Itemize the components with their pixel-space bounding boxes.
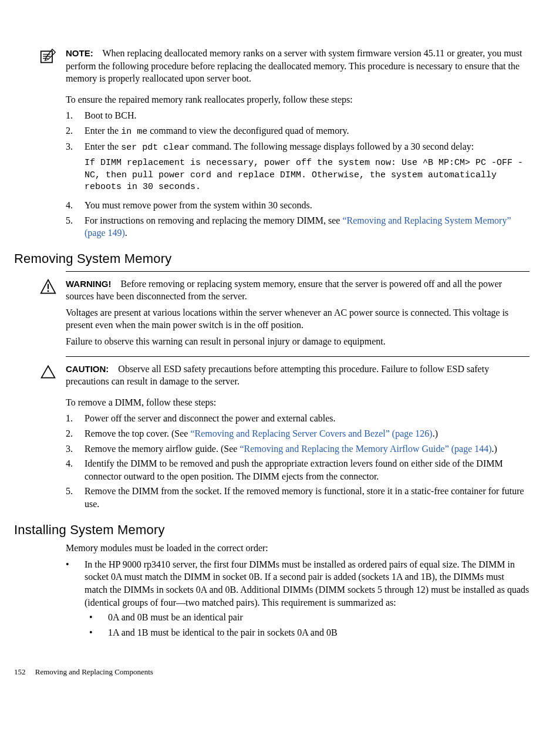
page: NOTE: When replacing deallocated memory … [0, 0, 560, 701]
code-inline: ser pdt clear [121, 143, 190, 153]
triangle-icon [40, 364, 56, 380]
step-text: Power off the server and disconnect the … [85, 412, 529, 425]
step-text: Identify the DIMM to be removed and push… [85, 457, 529, 482]
warning-body: WARNING! Before removing or replacing sy… [66, 278, 529, 348]
note-text: When replacing deallocated memory ranks … [66, 48, 522, 83]
heading-removing: Removing System Memory [14, 250, 529, 268]
caution-icon [31, 363, 66, 388]
removing-intro: To remove a DIMM, follow these steps: [66, 396, 529, 409]
installing-subbullets: • 0A and 0B must be an identical pair • … [85, 611, 529, 639]
warning-label: WARNING! [66, 279, 112, 289]
caution-body: CAUTION: Observe all ESD safety precauti… [66, 363, 529, 388]
step-text: You must remove power from the system wi… [85, 199, 529, 212]
removing-steps: 1. Power off the server and disconnect t… [66, 412, 529, 510]
installing-section: Memory modules must be loaded in the cor… [66, 542, 529, 641]
removing-step-4: 4. Identify the DIMM to be removed and p… [66, 457, 529, 482]
warning-block: WARNING! Before removing or replacing sy… [31, 278, 529, 348]
ensure-intro: To ensure the repaired memory rank reall… [66, 93, 529, 106]
bullet-text: In the HP 9000 rp3410 server, the first … [85, 558, 529, 642]
step-text: Enter the in me command to view the deco… [85, 124, 529, 138]
rule [66, 356, 529, 357]
step-number: 2. [66, 427, 85, 440]
subbullet-text: 0A and 0B must be an identical pair [108, 611, 529, 624]
triangle-bang-icon [40, 279, 56, 295]
pencil-note-icon [40, 48, 56, 65]
installing-subbullet-1: • 0A and 0B must be an identical pair [85, 611, 529, 624]
installing-intro: Memory modules must be loaded in the cor… [66, 542, 529, 555]
ensure-step-2: 2. Enter the in me command to view the d… [66, 124, 529, 138]
step-text: Enter the ser pdt clear command. The fol… [85, 140, 529, 197]
code-block: If DIMM replacement is necessary, power … [85, 157, 529, 193]
step-number: 2. [66, 124, 85, 138]
note-body: NOTE: When replacing deallocated memory … [66, 47, 529, 85]
bullet-mark: • [85, 611, 108, 624]
code-inline: in me [121, 127, 147, 137]
caution-text: Observe all ESD safety precautions befor… [66, 364, 489, 387]
warning-icon [31, 278, 66, 348]
bullet-mark: • [66, 558, 85, 642]
ensure-section: To ensure the repaired memory rank reall… [66, 93, 529, 239]
step-text: Remove the top cover. (See “Removing and… [85, 427, 529, 440]
step-text: For instructions on removing and replaci… [85, 214, 529, 239]
installing-bullet-1: • In the HP 9000 rp3410 server, the firs… [66, 558, 529, 642]
footer-title: Removing and Replacing Components [35, 667, 153, 676]
warning-p1: WARNING! Before removing or replacing sy… [66, 278, 529, 303]
svg-marker-8 [42, 366, 55, 377]
note-label: NOTE: [66, 48, 93, 58]
step-number: 1. [66, 109, 85, 122]
removing-step-2: 2. Remove the top cover. (See “Removing … [66, 427, 529, 440]
warning-p3: Failure to observe this warning can resu… [66, 335, 529, 348]
caution-block: CAUTION: Observe all ESD safety precauti… [31, 363, 529, 388]
step-number: 1. [66, 412, 85, 425]
step-text: Boot to BCH. [85, 109, 529, 122]
ensure-steps: 1. Boot to BCH. 2. Enter the in me comma… [66, 109, 529, 239]
cross-ref-link[interactable]: “Removing and Replacing Server Covers an… [190, 428, 432, 438]
step-number: 4. [66, 457, 85, 482]
cross-ref-link[interactable]: “Removing and Replacing the Memory Airfl… [239, 444, 491, 454]
step-number: 3. [66, 443, 85, 455]
svg-point-7 [48, 290, 49, 292]
ensure-step-5: 5. For instructions on removing and repl… [66, 214, 529, 239]
subbullet-text: 1A and 1B must be identical to the pair … [108, 626, 529, 639]
installing-subbullet-2: • 1A and 1B must be identical to the pai… [85, 626, 529, 639]
step-number: 3. [66, 140, 85, 197]
step-text: Remove the DIMM from the socket. If the … [85, 485, 529, 510]
rule [66, 271, 529, 272]
note-icon [31, 47, 66, 85]
caution-label: CAUTION: [66, 364, 109, 374]
bullet-mark: • [85, 626, 108, 639]
removing-steps-section: To remove a DIMM, follow these steps: 1.… [66, 396, 529, 511]
warning-p2: Voltages are present at various location… [66, 306, 529, 332]
step-number: 4. [66, 199, 85, 212]
note-block: NOTE: When replacing deallocated memory … [31, 47, 529, 85]
ensure-step-4: 4. You must remove power from the system… [66, 199, 529, 212]
ensure-step-3: 3. Enter the ser pdt clear command. The … [66, 140, 529, 197]
step-number: 5. [66, 485, 85, 510]
removing-step-5: 5. Remove the DIMM from the socket. If t… [66, 485, 529, 510]
removing-step-3: 3. Remove the memory airflow guide. (See… [66, 443, 529, 455]
heading-installing: Installing System Memory [14, 521, 529, 539]
ensure-step-1: 1. Boot to BCH. [66, 109, 529, 122]
step-number: 5. [66, 214, 85, 239]
page-number: 152 [14, 667, 26, 676]
installing-bullets: • In the HP 9000 rp3410 server, the firs… [66, 558, 529, 642]
removing-step-1: 1. Power off the server and disconnect t… [66, 412, 529, 425]
step-text: Remove the memory airflow guide. (See “R… [85, 443, 529, 455]
page-footer: 152 Removing and Replacing Components [14, 667, 529, 677]
